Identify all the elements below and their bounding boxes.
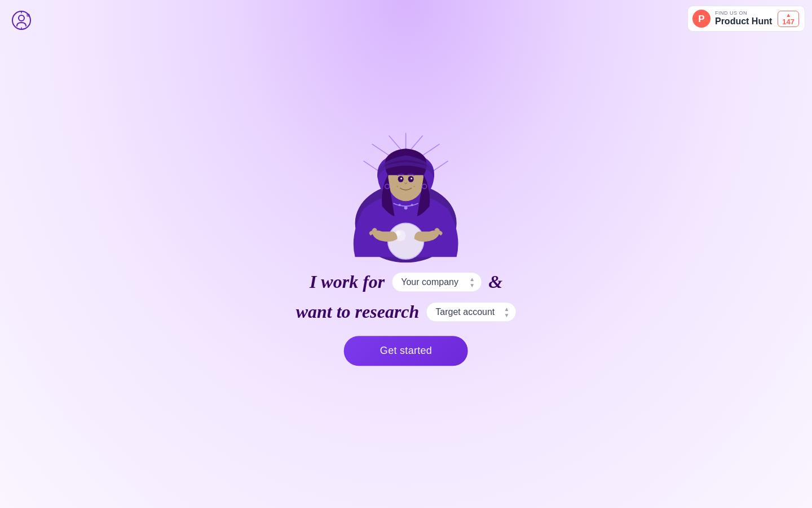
ph-logo-circle: P xyxy=(692,10,710,28)
logo[interactable] xyxy=(11,10,32,30)
ph-logo-letter: P xyxy=(698,14,704,24)
svg-point-17 xyxy=(411,178,413,179)
ph-count-box: ▲ 147 xyxy=(778,11,799,27)
main-content: I work for Your company ▲ ▼ & want to re… xyxy=(296,133,517,366)
ph-text-block: FIND US ON Product Hunt xyxy=(715,10,772,27)
svg-point-4 xyxy=(27,14,30,17)
row1-ampersand: & xyxy=(488,271,502,292)
svg-point-24 xyxy=(411,204,413,206)
svg-point-16 xyxy=(401,178,403,179)
company-select[interactable]: Your company xyxy=(391,272,482,292)
svg-point-23 xyxy=(399,204,401,206)
target-select[interactable]: Target account xyxy=(426,302,516,322)
get-started-button[interactable]: Get started xyxy=(344,336,468,366)
ph-find-us-label: FIND US ON xyxy=(715,10,747,16)
ph-count: 147 xyxy=(782,18,795,25)
svg-point-19 xyxy=(414,186,415,187)
ph-upvote-arrow: ▲ xyxy=(785,12,791,18)
company-select-wrapper: Your company ▲ ▼ xyxy=(391,272,482,292)
form-area: I work for Your company ▲ ▼ & want to re… xyxy=(296,271,517,366)
logo-icon xyxy=(11,10,32,30)
row1-prefix: I work for xyxy=(310,271,385,292)
svg-point-22 xyxy=(404,206,408,209)
row2-prefix: want to research xyxy=(296,301,420,322)
product-hunt-badge[interactable]: P FIND US ON Product Hunt ▲ 147 xyxy=(687,6,805,32)
row-1: I work for Your company ▲ ▼ & xyxy=(310,271,502,292)
fortune-teller-illustration xyxy=(333,133,479,262)
ph-name: Product Hunt xyxy=(715,16,772,27)
target-select-wrapper: Target account ▲ ▼ xyxy=(426,302,516,322)
row-2: want to research Target account ▲ ▼ xyxy=(296,301,517,322)
svg-point-18 xyxy=(397,186,398,187)
svg-point-1 xyxy=(19,15,24,21)
